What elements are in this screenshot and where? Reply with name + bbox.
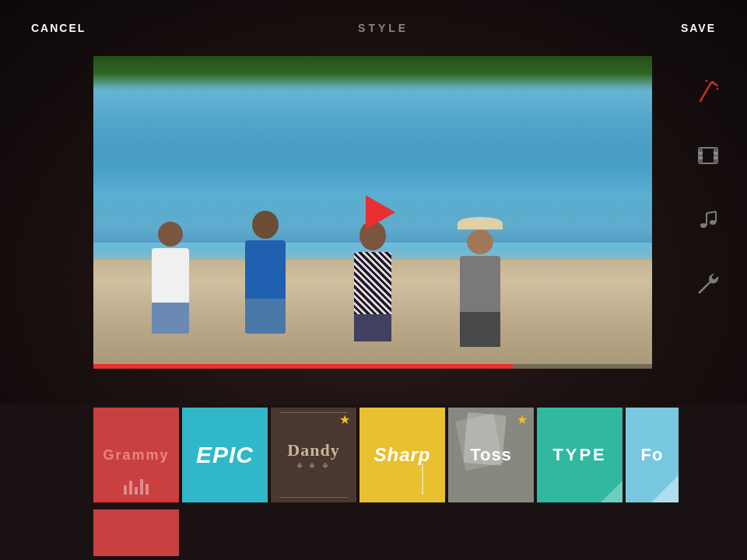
type-label: TYPE (552, 445, 606, 465)
style-tile-sharp[interactable]: Sharp ★ (359, 408, 445, 502)
svg-rect-10 (714, 152, 717, 155)
svg-rect-12 (714, 156, 717, 159)
svg-line-17 (707, 212, 716, 213)
type-corner (601, 481, 622, 502)
film-strip-icon[interactable] (696, 143, 721, 168)
style-tile-epic[interactable]: EPIC (182, 408, 268, 502)
person-4 (458, 217, 503, 347)
save-button[interactable]: SAVE (681, 22, 716, 34)
active-indicator (93, 499, 179, 502)
svg-rect-8 (714, 148, 717, 163)
foliage (93, 56, 652, 91)
person-3 (354, 221, 391, 341)
dandy-label: Dandy (287, 440, 339, 460)
wrench-icon[interactable] (696, 271, 721, 296)
toss-label: Toss (470, 445, 512, 465)
magic-wand-icon[interactable] (696, 79, 721, 104)
svg-line-0 (700, 82, 711, 101)
style-section: Grammy EPIC Dandy ❖ ❖ ❖ ★ Sharp (0, 404, 747, 560)
dandy-star: ★ (339, 412, 350, 427)
svg-point-14 (710, 220, 716, 225)
top-bar: CANCEL STYLE SAVE (0, 0, 747, 56)
right-sidebar (669, 56, 747, 429)
svg-rect-11 (699, 156, 703, 159)
person-2 (245, 211, 286, 334)
grammy-eq (124, 479, 149, 495)
fold-corner (651, 475, 679, 502)
video-player (93, 56, 652, 369)
page-title: STYLE (358, 22, 409, 34)
style-tile-fold[interactable]: Fo (626, 408, 679, 502)
progress-bar-container[interactable] (93, 364, 652, 369)
main-content (0, 56, 747, 369)
cancel-button[interactable]: CANCEL (31, 22, 86, 34)
music-note-icon[interactable] (696, 207, 721, 232)
sharp-star: ★ (428, 412, 439, 427)
bottom-tile-grammy[interactable] (93, 509, 179, 556)
style-tile-dandy[interactable]: Dandy ❖ ❖ ❖ ★ (271, 408, 356, 502)
fold-label: Fo (641, 445, 664, 465)
style-tiles-row-2 (0, 506, 747, 560)
sharp-label: Sharp (374, 444, 430, 466)
epic-label: EPIC (196, 442, 254, 468)
svg-rect-7 (699, 148, 703, 163)
grammy-label: Grammy (103, 447, 169, 464)
play-button[interactable] (366, 195, 395, 229)
svg-point-4 (717, 88, 719, 90)
toss-star: ★ (517, 412, 528, 427)
svg-point-3 (706, 80, 708, 82)
style-tiles-row: Grammy EPIC Dandy ❖ ❖ ❖ ★ Sharp (0, 404, 747, 506)
style-tile-toss[interactable]: Toss ★ (448, 408, 534, 502)
svg-point-2 (711, 81, 714, 84)
person-1 (152, 222, 189, 334)
style-tile-type[interactable]: TYPE (537, 408, 622, 502)
svg-rect-9 (699, 152, 703, 155)
style-tile-grammy[interactable]: Grammy (93, 408, 179, 502)
svg-point-13 (700, 223, 707, 228)
svg-point-5 (715, 82, 717, 84)
progress-bar-fill (93, 364, 513, 369)
